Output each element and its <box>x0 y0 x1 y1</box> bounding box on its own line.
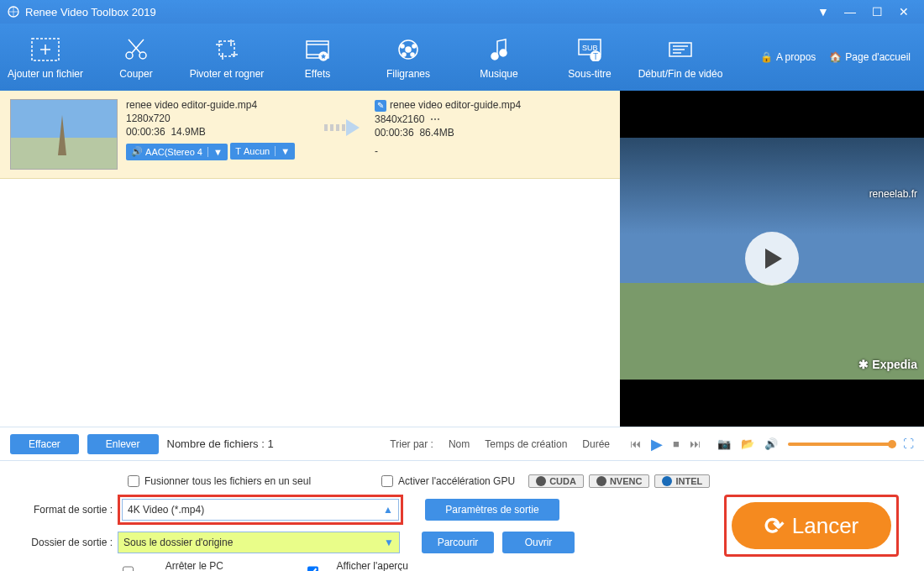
home-icon: 🏠 <box>829 51 842 63</box>
next-button[interactable]: ⏭ <box>690 437 701 450</box>
play-button[interactable]: ▶ <box>651 435 663 453</box>
crop-icon <box>181 34 272 65</box>
titlebar: Renee Video Toolbox 2019 ▼ — ☐ ✕ <box>0 0 924 24</box>
gpu-badge-nvenc: NVENC <box>589 474 650 488</box>
preview-watermark-brand: ✱ Expedia <box>858 358 917 371</box>
toolbar-cut[interactable]: Couper <box>91 34 181 80</box>
main-toolbar: Ajouter un fichier Couper Pivoter et rog… <box>0 24 924 91</box>
text-icon: T <box>235 146 241 156</box>
file-thumbnail[interactable] <box>10 99 118 170</box>
show-preview-checkbox[interactable]: Afficher l'aperçu lors de l'édition <box>307 560 408 571</box>
svg-point-3 <box>139 52 146 59</box>
gpu-checkbox[interactable]: Activer l'accélération GPU <box>381 475 515 487</box>
svg-point-11 <box>402 53 406 56</box>
launch-button[interactable]: ⟳ Lancer <box>732 502 891 549</box>
destination-info: ✎renee video editor-guide.mp4 3840x2160 … <box>375 99 576 157</box>
caret-down-icon: ▼ <box>384 537 394 548</box>
window-title: Renee Video Toolbox 2019 <box>25 6 156 18</box>
arrow-icon <box>319 99 366 142</box>
destination-filename: ✎renee video editor-guide.mp4 <box>375 99 576 112</box>
preview-video[interactable]: reneelab.fr ✱ Expedia <box>620 138 924 380</box>
preview-panel: reneelab.fr ✱ Expedia <box>620 91 924 427</box>
toolbar-watermarks[interactable]: Filigranes <box>363 34 454 80</box>
window-close-button[interactable]: ✕ <box>890 5 917 18</box>
subtitle-icon: SUBT <box>544 34 635 65</box>
browse-button[interactable]: Parcourir <box>422 532 494 553</box>
music-icon <box>454 34 544 65</box>
add-file-icon <box>0 34 91 65</box>
volume-icon[interactable]: 🔊 <box>764 437 778 450</box>
toolbar-music[interactable]: Musique <box>454 34 544 80</box>
scissors-icon <box>91 34 181 65</box>
prev-button[interactable]: ⏮ <box>630 437 641 450</box>
output-folder-label: Dossier de sortie : <box>12 537 113 548</box>
open-folder-button[interactable]: 📂 <box>741 437 754 450</box>
svg-text:T: T <box>593 52 598 61</box>
svg-point-8 <box>406 47 411 52</box>
output-format-combo[interactable]: 4K Video (*.mp4) ▲ <box>122 499 399 521</box>
svg-point-13 <box>491 53 498 60</box>
gpu-badge-intel: INTEL <box>654 474 710 488</box>
sort-label: Trier par : <box>390 438 433 450</box>
window-minimize-button[interactable]: — <box>837 5 864 18</box>
snapshot-button[interactable]: 📷 <box>717 437 731 450</box>
toolbar-music-label: Musique <box>454 68 544 80</box>
remove-button[interactable]: Enlever <box>87 434 159 454</box>
output-params-button[interactable]: Paramètres de sortie <box>425 499 559 521</box>
preview-watermark-url: reneelab.fr <box>869 188 917 200</box>
speaker-icon: 🔊 <box>131 146 143 157</box>
destination-resolution: 3840x2160 ⋯ <box>375 113 576 125</box>
toolbar-watermarks-label: Filigranes <box>363 68 454 80</box>
svg-point-10 <box>412 45 416 48</box>
app-logo-icon <box>7 5 20 18</box>
open-button[interactable]: Ouvrir <box>502 532 575 553</box>
sort-by-time[interactable]: Temps de création <box>485 438 567 450</box>
source-duration-size: 00:00:36 14.9MB <box>126 126 311 138</box>
merge-checkbox[interactable]: Fusionner tous les fichiers en un seul <box>128 475 311 487</box>
file-row[interactable]: renee video editor-guide.mp4 1280x720 00… <box>0 91 620 179</box>
pencil-icon[interactable]: ✎ <box>375 100 386 112</box>
toolbar-effects-label: Effets <box>272 68 363 80</box>
toolbar-subtitles-label: Sous-titre <box>544 68 635 80</box>
clear-button[interactable]: Effacer <box>10 434 79 454</box>
toolbar-subtitles[interactable]: SUBT Sous-titre <box>544 34 635 80</box>
stop-button[interactable]: ■ <box>673 437 680 450</box>
file-count-label: Nombre de fichiers : 1 <box>167 437 274 450</box>
gpu-badge-cuda: CUDA <box>528 474 584 488</box>
sort-by-duration[interactable]: Durée <box>582 438 610 450</box>
window-dropdown-button[interactable]: ▼ <box>810 5 837 18</box>
source-filename: renee video editor-guide.mp4 <box>126 99 311 111</box>
preview-play-button[interactable] <box>745 232 799 286</box>
toolbar-intro-outro[interactable]: Début/Fin de vidéo <box>635 34 726 80</box>
destination-dash: - <box>375 145 576 157</box>
svg-point-12 <box>411 53 414 56</box>
source-info: renee video editor-guide.mp4 1280x720 00… <box>126 99 311 160</box>
svg-point-2 <box>126 52 133 59</box>
shutdown-checkbox[interactable]: Arrêter le PC après l'édition <box>123 560 223 571</box>
destination-duration-size: 00:00:36 86.4MB <box>375 127 576 139</box>
toolbar-add-file[interactable]: Ajouter un fichier <box>0 34 91 80</box>
window-maximize-button[interactable]: ☐ <box>864 5 890 18</box>
sort-by-name[interactable]: Nom <box>449 438 470 450</box>
preview-controls: ⏮ ▶ ■ ⏭ 📷 📂 🔊 ⛶ <box>620 427 924 460</box>
volume-slider[interactable] <box>788 443 893 446</box>
output-folder-combo[interactable]: Sous le dossier d'origine ▼ <box>118 532 400 553</box>
list-toolbar: Effacer Enlever Nombre de fichiers : 1 T… <box>0 427 620 460</box>
output-settings: Fusionner tous les fichiers en un seul A… <box>0 460 924 571</box>
intro-outro-icon <box>635 34 726 65</box>
toolbar-add-file-label: Ajouter un fichier <box>0 68 91 80</box>
about-link[interactable]: 🔒A propos <box>760 51 816 63</box>
toolbar-rotate-crop-label: Pivoter et rogner <box>181 68 272 80</box>
subtitle-track-button[interactable]: T Aucun▼ <box>230 143 295 160</box>
toolbar-rotate-crop[interactable]: Pivoter et rogner <box>181 34 272 80</box>
effects-icon <box>272 34 363 65</box>
output-format-value: 4K Video (*.mp4) <box>128 504 204 516</box>
audio-track-button[interactable]: 🔊 AAC(Stereo 4▼ <box>126 144 228 160</box>
launch-highlight: ⟳ Lancer <box>724 495 899 557</box>
toolbar-cut-label: Couper <box>91 68 181 80</box>
fullscreen-button[interactable]: ⛶ <box>903 437 914 450</box>
refresh-icon: ⟳ <box>764 512 784 540</box>
watermark-icon <box>363 34 454 65</box>
toolbar-effects[interactable]: Effets <box>272 34 363 80</box>
home-link[interactable]: 🏠Page d'accueil <box>829 51 911 63</box>
